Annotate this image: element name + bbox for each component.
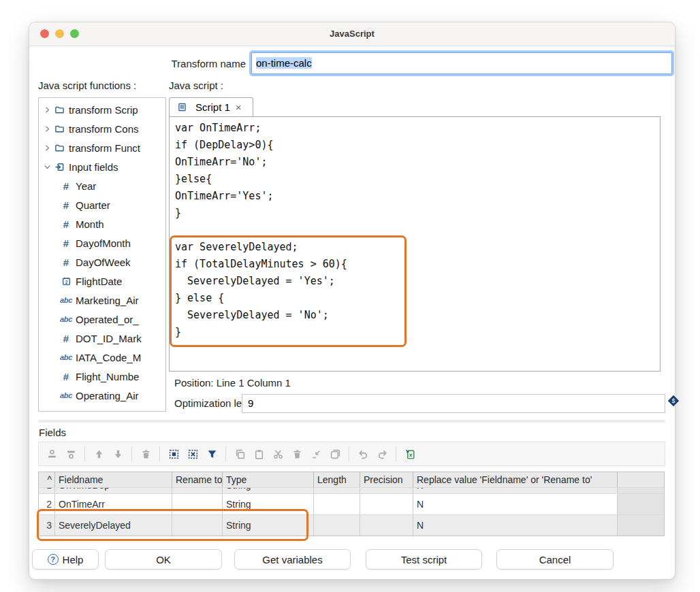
tree-item-year[interactable]: #Year [39,176,165,195]
cell-length[interactable] [314,487,360,493]
excel-export-icon[interactable]: x [401,445,419,463]
copy-icon[interactable] [231,445,249,463]
tree-item-label: Operated_or_ [76,314,139,325]
paste-icon[interactable] [250,445,268,463]
cell-rename[interactable] [172,487,223,493]
tree-item-transform-cons[interactable]: transform Cons [39,119,165,138]
titlebar[interactable]: JavaScript [29,22,675,46]
cell-precision[interactable] [360,515,413,536]
optimization-level-input[interactable]: 9 [242,394,665,413]
toolbar-separator [349,446,349,461]
tab-close-icon[interactable]: × [236,101,242,113]
test-script-button[interactable]: Test script [366,549,482,570]
table-header-row: ^FieldnameRename toTypeLengthPrecisionRe… [39,472,664,487]
input-fields-icon [52,161,66,172]
cell-precision[interactable] [360,487,413,493]
tree-item-input-fields[interactable]: Input fields [39,157,165,176]
insert-row-after-icon[interactable] [62,445,80,463]
script-file-icon [175,102,189,113]
zoom-window-button[interactable] [70,29,79,38]
tree-item-dayofweek[interactable]: #DayOfWeek [39,252,165,272]
tree-item-operating-air[interactable]: abcOperating_Air [39,386,165,405]
tree-item-label: transform Scrip [69,104,138,116]
cell-num[interactable]: 3 [39,515,55,536]
cell-type[interactable]: String [223,494,314,514]
tree-item-marketing-air[interactable]: abcMarketing_Air [39,291,165,310]
tree-item-iata-code-m[interactable]: abcIATA_Code_M [39,348,165,367]
transform-name-input[interactable]: on-time-calc [251,52,672,74]
cursor-position-status: Position: Line 1 Column 1 [174,377,291,389]
cell-rename[interactable] [172,515,223,536]
minimize-window-button[interactable] [55,29,64,38]
cell-num[interactable]: 2 [39,494,55,514]
clear-selection-icon[interactable] [184,445,202,463]
tree-item-month[interactable]: #Month [39,214,165,233]
select-all-icon[interactable] [165,445,182,463]
table-row-1[interactable]: 1OnTimeDepStringN [39,487,664,493]
chevron-right-icon[interactable] [42,142,52,153]
filter-icon[interactable] [203,445,221,463]
tree-item-operated-or[interactable]: abcOperated_or_ [39,310,165,329]
column-header-length[interactable]: Length [314,472,360,487]
tab-script-1[interactable]: Script 1 × [169,97,253,116]
cell-rename[interactable] [172,494,223,514]
tree-item-flightdate[interactable]: 2FlightDate [39,272,165,291]
code-line [175,222,660,239]
cell-type[interactable]: String [223,487,314,493]
cell-precision[interactable] [360,494,413,514]
undo-icon[interactable] [354,445,372,463]
table-row-2[interactable]: 2OnTimeArrStringN [39,493,664,514]
move-row-up-icon[interactable] [90,445,108,463]
column-header-type[interactable]: Type [223,472,314,487]
section-divider[interactable] [38,420,665,423]
insert-row-before-icon[interactable] [43,445,61,463]
cell-replace[interactable]: N [413,515,618,536]
hash-icon: # [59,333,73,344]
cell-fieldname[interactable]: OnTimeDep [55,487,172,493]
column-header-replace-value-fieldname-or-rename-to[interactable]: Replace value 'Fieldname' or 'Rename to' [413,472,618,487]
column-header-precision[interactable]: Precision [360,472,413,487]
move-row-down-icon[interactable] [109,445,127,463]
ok-button[interactable]: OK [105,549,222,570]
script-editor[interactable]: var OnTimeArr;if (DepDelay>0){OnTimeArr=… [169,116,661,372]
column-header-rename-to[interactable]: Rename to [172,472,223,487]
toolbar-separator [131,446,132,461]
fields-section-title: Fields [39,427,66,438]
table-row-3[interactable]: 3SeverelyDelayedStringN [39,514,664,536]
duplicate-icon[interactable] [326,445,344,463]
cell-replace[interactable]: N [413,494,618,514]
button-label: Test script [401,554,447,565]
tab-label: Script 1 [195,101,230,113]
tree-item-dot-id-mark[interactable]: #DOT_ID_Mark [39,329,165,348]
cell-length[interactable] [314,494,360,514]
cell-length[interactable] [314,515,360,536]
cut-icon[interactable] [269,445,287,463]
close-window-button[interactable] [40,29,49,38]
cell-fieldname[interactable]: OnTimeArr [55,494,172,514]
chevron-right-icon[interactable] [42,104,52,115]
tree-item-transform-funct[interactable]: transform Funct [39,138,165,157]
folder-icon [52,104,66,115]
tree-item-transform-scrip[interactable]: transform Scrip [39,100,165,119]
code-line: if (TotalDelayMinutes > 60){ [175,256,660,273]
cell-num[interactable]: 1 [39,487,55,493]
cell-type[interactable]: String [223,515,314,536]
redo-icon[interactable] [373,445,391,463]
function-tree: transform Scriptransform Constransform F… [38,97,166,412]
shrink-selection-icon[interactable] [307,445,325,463]
chevron-right-icon[interactable] [42,123,52,134]
variable-diamond-icon: $ [667,394,680,408]
get-variables-button[interactable]: Get variables [234,549,351,570]
delete-row-icon[interactable] [137,445,155,463]
tree-item-flight-numbe[interactable]: #Flight_Numbe [39,367,165,386]
column-header-sort[interactable]: ^ [39,472,55,487]
help-button[interactable]: ?Help [32,549,99,570]
cell-replace[interactable]: N [413,487,618,493]
cancel-button[interactable]: Cancel [496,549,614,570]
cell-fieldname[interactable]: SeverelyDelayed [55,515,172,536]
tree-item-quarter[interactable]: #Quarter [39,195,165,214]
tree-item-dayofmonth[interactable]: #DayofMonth [39,233,165,252]
chevron-down-icon[interactable] [42,161,52,172]
column-header-fieldname[interactable]: Fieldname [55,472,172,487]
delete-selected-icon[interactable] [288,445,306,463]
